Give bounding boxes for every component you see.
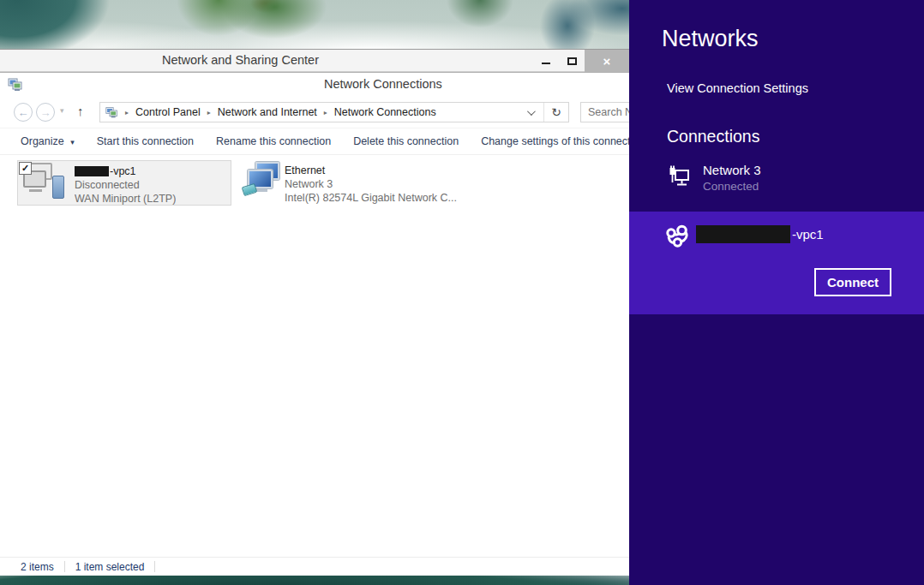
networks-panel: Networks View Connection Settings Connec… — [629, 0, 924, 585]
background-window-titlebar[interactable]: Network and Sharing Center × — [0, 49, 629, 72]
status-bar: 2 items 1 item selected — [0, 557, 629, 576]
wired-network-icon — [667, 164, 693, 190]
connections-section-header: Connections — [667, 127, 759, 146]
breadcrumb-separator-icon: ▸ — [324, 109, 327, 116]
connection-status: Network 3 — [285, 177, 457, 191]
address-dropdown-icon[interactable] — [527, 107, 536, 116]
network-name: Network 3 — [703, 163, 761, 177]
redacted-text — [696, 225, 790, 243]
back-icon: ← — [18, 106, 29, 119]
close-button[interactable]: × — [585, 50, 629, 72]
network-item-wired[interactable]: Network 3 Connected — [667, 163, 761, 193]
selection-count: 1 item selected — [75, 561, 145, 573]
network-connections-icon — [8, 77, 23, 93]
minimize-icon — [542, 63, 550, 64]
window-controls: × — [533, 50, 629, 72]
maximize-icon — [567, 57, 577, 65]
maximize-button[interactable] — [559, 50, 585, 72]
tower-icon — [52, 176, 64, 199]
check-icon: ✓ — [21, 163, 29, 174]
connection-device: WAN Miniport (L2TP) — [75, 192, 176, 205]
screen: Network and Sharing Center × Network Con… — [0, 0, 924, 585]
organize-label: Organize — [21, 135, 64, 147]
items-count: 2 items — [21, 561, 54, 573]
organize-caret-icon: ▾ — [70, 138, 75, 146]
explorer-window: Network Connections ← → ▾ ↑ ▸ Contro — [0, 72, 629, 576]
breadcrumb-control-panel[interactable]: Control Panel — [135, 106, 201, 118]
forward-icon: → — [40, 106, 51, 119]
start-connection-button[interactable]: Start this connection — [97, 135, 194, 147]
ethernet-connection-icon — [243, 160, 285, 206]
connection-tile-ethernet[interactable]: Ethernet Network 3 Intel(R) 82574L Gigab… — [243, 160, 457, 206]
connection-device: Intel(R) 82574L Gigabit Network C... — [285, 191, 457, 205]
selection-checkbox[interactable]: ✓ — [19, 162, 32, 175]
forward-button[interactable]: → — [36, 103, 55, 122]
command-toolbar: Organize ▾ Start this connection Rename … — [0, 128, 629, 155]
minimize-button[interactable] — [533, 50, 559, 72]
delete-connection-button[interactable]: Delete this connection — [353, 135, 459, 147]
organize-button[interactable]: Organize ▾ — [21, 135, 75, 147]
status-divider — [64, 561, 65, 572]
connection-tile-vpn[interactable]: ✓ -vpc1 Disconnected WAN Miniport (L2TP) — [17, 160, 231, 206]
ethernet-plug-icon — [242, 183, 258, 196]
connection-status: Disconnected — [75, 178, 176, 192]
change-settings-button[interactable]: Change settings of this connection — [481, 135, 629, 147]
breadcrumb-separator-icon: ▸ — [207, 109, 211, 116]
network-item-vpn-selected[interactable]: -vpc1 Connect — [629, 212, 924, 314]
navigation-bar: ← → ▾ ↑ ▸ Control Panel ▸ Network and In… — [0, 97, 629, 128]
close-icon: × — [603, 54, 611, 69]
networks-panel-title: Networks — [662, 26, 759, 52]
back-button[interactable]: ← — [14, 103, 33, 122]
explorer-titlebar[interactable]: Network Connections — [0, 73, 629, 97]
vpn-icon — [665, 224, 696, 251]
history-dropdown-button[interactable]: ▾ — [60, 106, 64, 115]
connection-name: -vpc1 — [75, 164, 176, 178]
address-bar[interactable]: ▸ Control Panel ▸ Network and Internet ▸… — [99, 102, 569, 122]
vpn-name-suffix: -vpc1 — [792, 227, 824, 242]
view-connection-settings-link[interactable]: View Connection Settings — [667, 81, 808, 95]
vpn-connection-icon: ✓ — [18, 161, 75, 205]
address-location-icon — [105, 106, 118, 119]
breadcrumb-network-connections[interactable]: Network Connections — [334, 106, 436, 118]
redacted-text — [75, 166, 109, 176]
breadcrumb-network-and-internet[interactable]: Network and Internet — [218, 106, 317, 118]
background-window-title: Network and Sharing Center — [162, 53, 319, 67]
up-button[interactable]: ↑ — [77, 104, 84, 118]
connect-button[interactable]: Connect — [814, 268, 891, 296]
breadcrumb-separator-icon: ▸ — [125, 109, 129, 116]
rename-connection-button[interactable]: Rename this connection — [216, 135, 331, 147]
network-status: Connected — [703, 180, 761, 193]
connection-name: Ethernet — [285, 164, 457, 177]
status-divider — [154, 561, 155, 572]
refresh-button[interactable]: ↻ — [544, 105, 568, 119]
monitor-stand — [29, 189, 42, 192]
connection-name-suffix: -vpc1 — [110, 164, 136, 178]
explorer-window-title: Network Connections — [324, 77, 442, 91]
